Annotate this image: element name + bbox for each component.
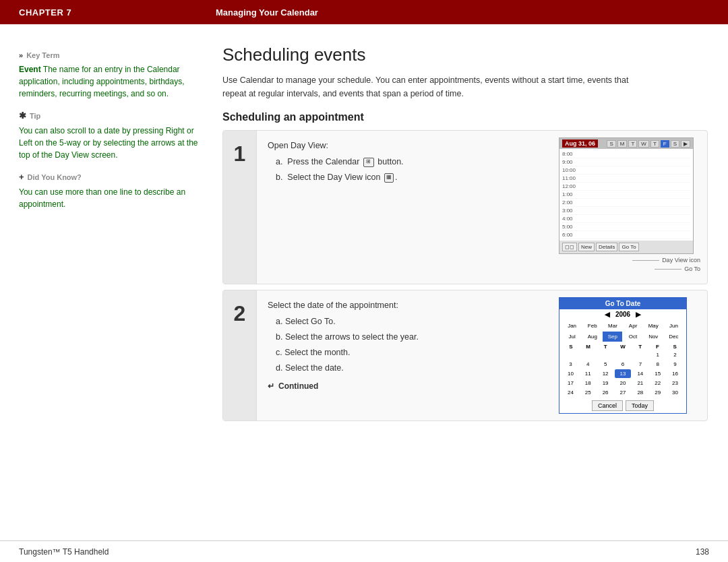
calendar-button-icon: ⊞: [363, 158, 374, 167]
cal-day-30[interactable]: 30: [667, 388, 684, 397]
step-1-content: Open Day View: a. Press the Calendar ⊞ b…: [257, 131, 552, 284]
cal-day-header-s2: S: [666, 343, 684, 350]
day-view-screenshot: Aug 31, 06 S M T W T F S ▶ 8: [559, 137, 694, 254]
nav-w[interactable]: W: [638, 140, 649, 148]
cal-month-oct[interactable]: Oct: [623, 332, 642, 342]
main-content: Scheduling events Use Calendar to manage…: [216, 31, 728, 540]
cal-day-25[interactable]: 25: [580, 388, 597, 397]
cal-day-28[interactable]: 28: [632, 388, 648, 397]
cal-today-button[interactable]: Today: [626, 400, 654, 411]
asterisk-icon: ✱: [19, 111, 26, 121]
cal-day-24[interactable]: 24: [562, 388, 579, 397]
tip-text: You can also scroll to a date by pressin…: [19, 125, 202, 161]
day-view-nav: S M T W T F S ▶: [607, 140, 690, 148]
day-view-header: Aug 31, 06 S M T W T F S ▶: [559, 138, 693, 149]
cal-day-26[interactable]: 26: [597, 388, 614, 397]
cal-day-header-m: M: [580, 343, 597, 350]
nav-arrow-right[interactable]: ▶: [681, 140, 690, 148]
brand-text: Tungsten™ T5 Handheld: [19, 547, 109, 557]
cal-day-15[interactable]: 15: [649, 369, 666, 378]
cal-day-6[interactable]: 6: [615, 360, 632, 369]
step-2-number: 2: [223, 290, 257, 420]
cal-month-jan[interactable]: Jan: [562, 321, 582, 331]
cal-month-nov[interactable]: Nov: [644, 332, 663, 342]
cal-cancel-button[interactable]: Cancel: [592, 400, 623, 411]
dyk-text: You can use more than one line to descri…: [19, 186, 202, 210]
nav-s2[interactable]: S: [671, 140, 679, 148]
cal-day-8[interactable]: 8: [649, 360, 666, 369]
cal-day-9[interactable]: 9: [667, 360, 684, 369]
cal-month-aug[interactable]: Aug: [582, 332, 602, 342]
nav-m[interactable]: M: [617, 140, 628, 148]
cal-month-sep[interactable]: Sep: [603, 332, 622, 342]
footer-brand: Tungsten™ T5 Handheld: [19, 547, 109, 557]
toolbar-goto[interactable]: Go To: [619, 243, 638, 251]
cal-header: Go To Date: [559, 298, 686, 309]
goto-label-row: Go To: [559, 266, 700, 272]
tip-header: ✱ Tip: [19, 111, 202, 121]
cal-day-19[interactable]: 19: [597, 379, 614, 387]
nav-s1[interactable]: S: [607, 140, 615, 148]
cal-month-feb[interactable]: Feb: [582, 321, 602, 331]
cal-year: 2006: [615, 311, 630, 318]
cal-day-16[interactable]: 16: [667, 369, 684, 378]
day-view-times: 8:00 9:00 10:00 11:00 12:00 1:00 2:00 3:…: [559, 149, 693, 241]
cal-days-header: S M T W T F S: [559, 343, 686, 350]
cal-month-apr[interactable]: Apr: [623, 321, 642, 331]
cal-month-jun[interactable]: Jun: [664, 321, 684, 331]
cal-day-21[interactable]: 21: [632, 379, 648, 387]
cal-day-20[interactable]: 20: [615, 379, 632, 387]
cal-month-jul[interactable]: Jul: [562, 332, 582, 342]
go-to-date-calendar: Go To Date ◀ 2006 ▶ Jan Feb Mar Apr May …: [559, 297, 687, 414]
dyk-label: Did You Know?: [28, 173, 82, 181]
cal-month-dec[interactable]: Dec: [664, 332, 684, 342]
cal-day-29[interactable]: 29: [649, 388, 666, 397]
cal-day-27[interactable]: 27: [615, 388, 632, 397]
cal-day-18[interactable]: 18: [580, 379, 597, 387]
day-view-icon-label: Day View icon: [662, 257, 700, 263]
cal-day-4[interactable]: 4: [580, 360, 597, 369]
cal-day-header-w: W: [614, 343, 632, 350]
time-row-100: 1:00: [562, 191, 690, 199]
cal-next-year[interactable]: ▶: [636, 311, 641, 318]
step-1-heading: Open Day View:: [268, 139, 541, 152]
cal-month-mar[interactable]: Mar: [603, 321, 622, 331]
cal-month-may[interactable]: May: [644, 321, 663, 331]
time-row-800: 8:00: [562, 150, 690, 158]
day-view-date: Aug 31, 06: [562, 139, 598, 148]
step-2a: a. Select Go To.: [276, 315, 541, 328]
page-title: Scheduling events: [222, 44, 708, 65]
cal-prev-year[interactable]: ◀: [605, 311, 610, 318]
cal-day-14[interactable]: 14: [632, 369, 648, 378]
step-2-box: 2 Select the date of the appointment: a.…: [222, 290, 708, 421]
cal-day-10[interactable]: 10: [562, 369, 579, 378]
cal-day-12[interactable]: 12: [597, 369, 614, 378]
cal-day-13[interactable]: 13: [615, 369, 632, 378]
cal-day-22[interactable]: 22: [649, 379, 666, 387]
step-2b: b. Select the arrows to select the year.: [276, 330, 541, 344]
cal-day-7[interactable]: 7: [632, 360, 648, 369]
nav-t1[interactable]: T: [628, 140, 637, 148]
day-view-icon: ▦: [384, 173, 394, 183]
cal-day-2[interactable]: 2: [667, 350, 684, 359]
cal-day-11[interactable]: 11: [580, 369, 597, 378]
step-2d: d. Select the date.: [276, 361, 541, 375]
toolbar-details[interactable]: Details: [596, 243, 617, 251]
toolbar-spacer: ◻◻: [562, 243, 577, 251]
toolbar-new[interactable]: New: [578, 243, 595, 251]
cal-day-3[interactable]: 3: [562, 360, 579, 369]
nav-f[interactable]: F: [661, 140, 669, 148]
cal-day-17[interactable]: 17: [562, 379, 579, 387]
page-header: CHAPTER 7 Managing Your Calendar: [0, 0, 728, 24]
day-view-icon-label-row: Day View icon: [559, 257, 700, 263]
nav-t2[interactable]: T: [650, 140, 659, 148]
cal-day-23[interactable]: 23: [667, 379, 684, 387]
step-1-number: 1: [223, 131, 257, 284]
cal-day-1[interactable]: 1: [649, 350, 666, 359]
chapter-title: Managing Your Calendar: [216, 7, 728, 18]
footer-page-number: 138: [696, 547, 709, 557]
cal-day-empty-3: [597, 350, 614, 359]
time-row-600: 6:00: [562, 231, 690, 239]
cal-day-5[interactable]: 5: [597, 360, 614, 369]
dyk-header: + Did You Know?: [19, 172, 202, 182]
